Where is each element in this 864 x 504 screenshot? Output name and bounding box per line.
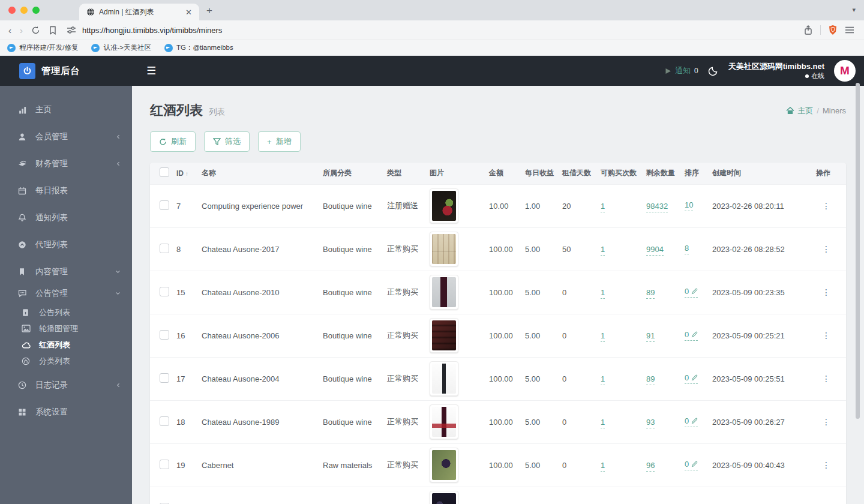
buy-times-editable[interactable]: 1 [601,374,605,385]
sidebar-item-日志记录[interactable]: 日志记录 [0,374,132,396]
brand[interactable]: 管理后台 [0,63,132,79]
cell-amount: 10.00 [487,184,523,227]
sidebar-item-会员管理[interactable]: 会员管理 [0,126,132,148]
sort-asc-icon: ↑ [185,170,188,177]
product-image[interactable] [430,232,458,266]
site-settings-icon[interactable] [67,26,76,34]
row-actions-kebab-icon[interactable]: ⋮ [822,205,830,207]
table-row: 8Chateau Ausone-2017Boutique wine正常购买100… [150,227,846,271]
dark-mode-moon-icon[interactable] [708,65,719,76]
bookmark-item[interactable]: 程序搭建/开发/修复 [7,43,78,52]
row-checkbox[interactable] [160,373,169,383]
cell-id: 18 [174,400,199,443]
tab-close-icon[interactable]: ✕ [183,8,194,17]
sidebar-item-内容管理[interactable]: 内容管理 [0,261,132,283]
image-icon [22,324,31,334]
chevron-down-icon [115,290,121,296]
sort-editable[interactable]: 0 [685,287,698,298]
buy-times-editable[interactable]: 1 [601,288,605,299]
buy-times-editable[interactable]: 1 [601,245,605,256]
window-controls [8,7,40,14]
remaining-editable[interactable]: 98432 [646,202,668,212]
cell-rent-days: 0 [560,443,598,487]
sort-editable[interactable]: 8 [685,244,689,254]
sidebar-item-每日报表[interactable]: 每日报表 [0,180,132,202]
product-image[interactable] [430,318,458,353]
refresh-button[interactable]: 刷新 [150,131,196,152]
row-actions-kebab-icon[interactable]: ⋮ [822,464,830,466]
reload-icon[interactable] [31,26,40,35]
forward-icon[interactable]: › [20,25,23,35]
sidebar-item-财务管理[interactable]: 财务管理 [0,153,132,175]
remaining-editable[interactable]: 89 [646,374,655,385]
window-minimize-button[interactable] [20,7,28,14]
sidebar-item-通知列表[interactable]: 通知列表 [0,207,132,229]
sort-editable[interactable]: 0 [685,330,698,341]
bookmark-item[interactable]: 认准->天美社区 [91,43,151,52]
row-checkbox[interactable] [160,200,169,210]
share-icon[interactable] [803,25,813,35]
buy-times-editable[interactable]: 1 [601,418,605,428]
remaining-editable[interactable]: 9904 [646,245,664,256]
brave-shield-icon[interactable] [828,25,838,35]
reading-list-icon[interactable] [49,26,57,35]
cell-rent-days: 0 [560,400,598,443]
sidebar-item-系统设置[interactable]: 系统设置 [0,401,132,423]
sidebar-item-公告管理[interactable]: 公告管理 [0,283,132,304]
address-bar[interactable]: https://hongjiu.timibbs.vip/timibbs/mine… [82,26,803,35]
remaining-editable[interactable]: 91 [646,331,655,342]
sidebar-item-label: 通知列表 [35,212,121,223]
sidebar-item-红酒列表[interactable]: 红酒列表 [0,337,132,353]
row-actions-kebab-icon[interactable]: ⋮ [822,291,830,293]
row-actions-kebab-icon[interactable]: ⋮ [822,377,830,380]
sort-editable[interactable]: 0 [685,373,698,384]
buy-times-editable[interactable]: 1 [601,331,605,342]
bookmark-item[interactable]: TG：@tianmeibbs [164,43,233,52]
browser-tab[interactable]: Admin | 红酒列表 ✕ [79,4,199,20]
row-actions-kebab-icon[interactable]: ⋮ [822,334,830,337]
buy-times-editable[interactable]: 1 [601,202,605,212]
sidebar-item-代理列表[interactable]: 代理列表 [0,234,132,256]
breadcrumb-home[interactable]: 主页 [786,106,813,116]
cell-rent-days: 20 [560,184,598,227]
sort-editable[interactable]: 0 [685,416,698,427]
remaining-editable[interactable]: 89 [646,288,655,299]
filter-button[interactable]: 筛选 [204,131,250,152]
back-icon[interactable]: ‹ [8,25,11,35]
remaining-editable[interactable]: 93 [646,418,655,428]
site-meta: 天美社区源码网timibbs.net 在线 [728,61,824,80]
browser-menu-icon[interactable] [845,26,854,34]
row-checkbox[interactable] [160,416,169,426]
sidebar-item-主页[interactable]: 主页 [0,99,132,121]
sidebar-item-公告列表[interactable]: 公告列表 [0,304,132,320]
row-actions-kebab-icon[interactable]: ⋮ [822,248,830,250]
add-button[interactable]: + 新增 [258,131,301,152]
sidebar-toggle-icon[interactable]: ☰ [146,65,156,76]
tab-search-chevron-icon[interactable]: ▾ [852,6,856,14]
new-tab-button[interactable]: + [206,5,212,17]
buy-times-editable[interactable]: 1 [601,461,605,472]
window-zoom-button[interactable] [32,7,40,14]
row-checkbox[interactable] [160,287,169,296]
product-image[interactable] [430,275,458,310]
column-daily: 每日收益 [523,163,560,184]
product-image[interactable] [430,404,458,439]
product-image[interactable] [430,361,458,396]
user-avatar[interactable]: M [834,60,856,82]
row-checkbox[interactable] [160,244,169,253]
select-all-checkbox[interactable] [160,167,169,177]
sidebar-item-轮播图管理[interactable]: 轮播图管理 [0,320,132,337]
sort-editable[interactable]: 0 [685,460,698,470]
row-checkbox[interactable] [160,460,169,469]
window-close-button[interactable] [8,7,16,14]
sort-editable[interactable]: 10 [685,200,693,211]
row-checkbox[interactable] [160,330,169,340]
vertical-scrollbar[interactable] [856,83,860,419]
product-image[interactable] [430,448,458,482]
product-image[interactable] [430,491,458,504]
product-image[interactable] [430,188,458,223]
row-actions-kebab-icon[interactable]: ⋮ [822,421,830,423]
remaining-editable[interactable]: 96 [646,461,655,472]
sidebar-item-分类列表[interactable]: 分类列表 [0,353,132,369]
notifications[interactable]: 通知 0 [665,65,698,76]
